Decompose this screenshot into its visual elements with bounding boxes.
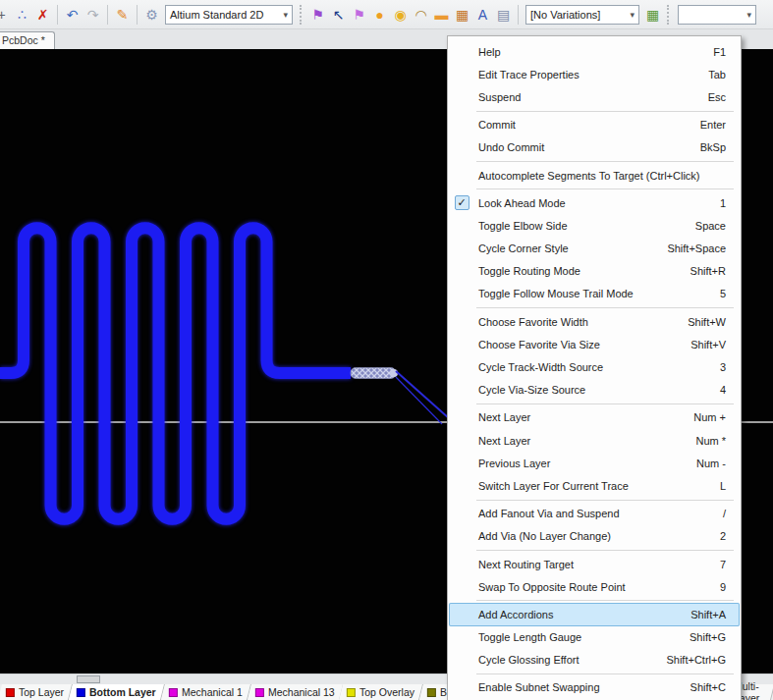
serpentine-trace	[0, 228, 351, 519]
extra-select[interactable]: ▾	[678, 5, 756, 25]
menu-item-enable-subnet-swapping[interactable]: Enable Subnet SwappingShift+C	[449, 676, 740, 699]
menu-item-cycle-via-size-source[interactable]: Cycle Via-Size Source4	[449, 379, 740, 402]
crosshair-icon[interactable]: +	[0, 1, 12, 28]
menu-item-commit[interactable]: CommitEnter	[449, 114, 740, 136]
menu-item-undo-commit[interactable]: Undo CommitBkSp	[449, 136, 740, 159]
menu-item-cycle-glossing-effort[interactable]: Cycle Glossing EffortShift+Ctrl+G	[449, 649, 740, 672]
menu-item-next-routing-target[interactable]: Next Routing Target7	[449, 553, 740, 575]
menu-item-label: Undo Commit	[474, 141, 700, 153]
menu-item-label: Next Layer	[474, 435, 695, 447]
menu-item-shortcut: Enter	[700, 119, 740, 131]
menu-item-next-layer[interactable]: Next LayerNum *	[449, 429, 740, 452]
variations-select[interactable]: [No Variations]▾	[525, 5, 639, 25]
layer-color-swatch	[6, 688, 15, 697]
menu-item-shortcut: Shift+V	[690, 339, 740, 350]
pad-array-icon[interactable]: ▦	[452, 1, 472, 28]
menu-item-label: Choose Favorite Via Size	[474, 339, 690, 350]
gears-icon[interactable]: ⚙	[141, 1, 162, 28]
undo-icon[interactable]: ↶	[62, 1, 83, 28]
menu-item-toggle-follow-mouse-trail-mode[interactable]: Toggle Follow Mouse Trail Mode5	[449, 283, 740, 305]
interactive-route-icon[interactable]: ⚑	[307, 1, 328, 28]
document-tab[interactable]: PcbDoc *	[0, 31, 55, 49]
menu-item-shortcut: 1	[720, 197, 740, 209]
arc-icon[interactable]: ◠	[411, 1, 431, 28]
menu-item-label: Toggle Routing Mode	[474, 265, 690, 277]
fill-icon[interactable]: ▬	[431, 1, 452, 28]
layer-tab-mechanical-13[interactable]: Mechanical 13	[248, 684, 344, 700]
menu-item-label: Add Fanout Via and Suspend	[474, 508, 723, 519]
layer-tab-label: Top Overlay	[359, 686, 414, 698]
menu-item-choose-favorite-width[interactable]: Choose Favorite WidthShift+W	[449, 310, 740, 333]
menu-item-suspend[interactable]: SuspendEsc	[449, 85, 740, 108]
menu-item-label: Swap To Opposite Route Point	[474, 581, 720, 593]
menu-separator	[476, 550, 734, 551]
menu-item-choose-favorite-via-size[interactable]: Choose Favorite Via SizeShift+V	[449, 333, 740, 355]
menu-item-add-via-no-layer-change[interactable]: Add Via (No Layer Change)2	[449, 525, 740, 548]
menu-item-gutter: ✓	[449, 195, 474, 210]
menu-item-label: Help	[474, 46, 713, 58]
layer-tab-top-overlay[interactable]: Top Overlay	[339, 684, 423, 700]
variations-select-value: [No Variations]	[530, 9, 600, 21]
menu-item-shortcut: Shift+Space	[667, 242, 740, 254]
toolbar-separator	[57, 5, 58, 25]
select-cursor-icon[interactable]: ↖	[328, 1, 349, 28]
layer-tab-mechanical-1[interactable]: Mechanical 1	[161, 684, 251, 700]
menu-item-label: Next Routing Target	[474, 559, 720, 570]
menu-item-label: Choose Favorite Width	[474, 316, 688, 328]
menu-item-add-fanout-via-and-suspend[interactable]: Add Fanout Via and Suspend/	[449, 503, 740, 525]
menu-item-add-accordions[interactable]: Add AccordionsShift+A	[449, 603, 740, 625]
menu-item-label: Toggle Follow Mouse Trail Mode	[474, 288, 720, 299]
menu-item-toggle-length-gauge[interactable]: Toggle Length GaugeShift+G	[449, 626, 740, 649]
delete-segment-icon[interactable]: ✗	[32, 1, 53, 28]
chevron-down-icon: ▾	[283, 10, 288, 20]
layer-tab-top-layer[interactable]: Top Layer	[0, 684, 73, 700]
pad-icon[interactable]: ●	[369, 1, 390, 28]
wand-icon[interactable]: ✎	[112, 1, 133, 28]
layer-tab-label: Top Layer	[19, 686, 64, 698]
menu-item-shortcut: Shift+Ctrl+G	[666, 654, 740, 666]
menu-item-shortcut: 2	[720, 530, 740, 542]
menu-item-shortcut: Num +	[693, 411, 740, 423]
menu-item-previous-layer[interactable]: Previous LayerNum -	[449, 452, 740, 474]
via-icon[interactable]: ◉	[390, 1, 411, 28]
menu-item-cycle-corner-style[interactable]: Cycle Corner StyleShift+Space	[449, 238, 740, 260]
menu-item-shortcut: Space	[695, 220, 740, 232]
menu-item-label: Look Ahead Mode	[474, 197, 720, 209]
layer-color-swatch	[347, 688, 356, 697]
menu-item-label: Add Accordions	[474, 609, 690, 620]
menu-item-switch-layer-for-current-trace[interactable]: Switch Layer For Current TraceL	[449, 474, 740, 497]
menu-item-label: Commit	[474, 119, 700, 131]
view-mode-select[interactable]: Altium Standard 2D▾	[165, 5, 293, 25]
menu-item-swap-to-opposite-route-point[interactable]: Swap To Opposite Route Point9	[449, 575, 740, 598]
uncommitted-segment	[351, 368, 396, 379]
menu-item-shortcut: BkSp	[700, 141, 740, 153]
string-icon[interactable]: A	[472, 1, 493, 28]
component-icon[interactable]: ▤	[493, 1, 514, 28]
menu-separator	[476, 161, 734, 162]
layer-color-swatch	[427, 688, 436, 697]
menu-item-toggle-routing-mode[interactable]: Toggle Routing ModeShift+R	[449, 260, 740, 283]
layer-tab-label: Bottom Layer	[89, 686, 156, 698]
menu-item-help[interactable]: HelpF1	[449, 40, 740, 63]
menu-item-label: Edit Trace Properties	[474, 69, 708, 81]
menu-item-shortcut: L	[720, 480, 740, 492]
net-nodes-icon[interactable]: ∴	[12, 1, 32, 28]
menu-item-edit-trace-properties[interactable]: Edit Trace PropertiesTab	[449, 63, 740, 85]
menu-item-look-ahead-mode[interactable]: ✓Look Ahead Mode1	[449, 191, 740, 214]
variant-chip-icon[interactable]: ▦	[642, 1, 663, 28]
diff-pair-route-icon[interactable]: ⚑	[349, 1, 369, 28]
menu-item-cycle-track-width-source[interactable]: Cycle Track-Width Source3	[449, 355, 740, 378]
menu-item-shortcut: Esc	[708, 91, 740, 103]
menu-item-shortcut: 4	[720, 384, 740, 396]
redo-icon[interactable]: ↷	[83, 1, 103, 28]
menu-item-toggle-elbow-side[interactable]: Toggle Elbow SideSpace	[449, 214, 740, 237]
layer-tab-bottom-layer[interactable]: Bottom Layer	[69, 684, 165, 700]
view-mode-select-value: Altium Standard 2D	[170, 9, 263, 21]
menu-item-shortcut: 5	[720, 288, 740, 299]
menu-item-shortcut: Shift+W	[688, 316, 740, 328]
menu-item-autocomplete-segments-to-target-ctrl-click[interactable]: Autocomplete Segments To Target (Ctrl+Cl…	[449, 164, 740, 187]
scrollbar-thumb[interactable]	[77, 675, 100, 683]
menu-item-next-layer[interactable]: Next LayerNum +	[449, 406, 740, 429]
menu-item-label: Switch Layer For Current Trace	[474, 480, 720, 492]
menu-item-label: Next Layer	[474, 411, 693, 423]
